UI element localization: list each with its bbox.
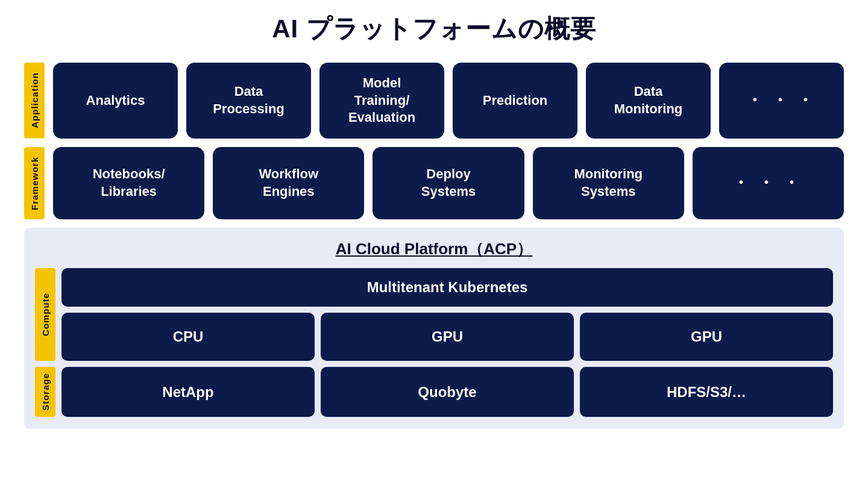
compute-row: Compute Multitenant Kubernetes CPU GPU G… <box>35 268 833 361</box>
compute-label: Compute <box>35 268 55 361</box>
app-card-model-training: ModelTraining/Evaluation <box>319 63 444 139</box>
fw-card-notebooks: Notebooks/Libraries <box>53 147 204 219</box>
gpu-card-2: GPU <box>580 313 833 361</box>
application-cards: Analytics DataProcessing ModelTraining/E… <box>53 63 844 139</box>
fw-card-monitoring: MonitoringSystems <box>533 147 684 219</box>
application-row: Application Analytics DataProcessing Mod… <box>24 63 844 139</box>
app-card-prediction: Prediction <box>453 63 577 139</box>
storage-label: Storage <box>35 367 55 417</box>
page-container: AI プラットフォームの概要 Application Analytics Dat… <box>24 12 844 429</box>
framework-label: Framework <box>24 147 45 219</box>
application-label: Application <box>24 63 45 139</box>
quobyte-card: Quobyte <box>321 367 574 417</box>
acp-section: AI Cloud Platform（ACP） Compute Multitena… <box>24 228 844 429</box>
fw-card-dots: ・・・ <box>693 147 844 219</box>
kubernetes-card: Multitenant Kubernetes <box>61 268 833 307</box>
cpu-card: CPU <box>61 313 315 361</box>
framework-row: Framework Notebooks/Libraries WorkflowEn… <box>24 147 844 219</box>
netapp-card: NetApp <box>61 367 315 417</box>
app-card-dots: ・・・ <box>719 63 844 139</box>
app-card-analytics: Analytics <box>53 63 178 139</box>
acp-title: AI Cloud Platform（ACP） <box>35 239 833 260</box>
storage-cards: NetApp Quobyte HDFS/S3/… <box>61 367 833 417</box>
app-card-data-monitoring: DataMonitoring <box>586 63 711 139</box>
cpu-gpu-row: CPU GPU GPU <box>61 313 833 361</box>
main-title: AI プラットフォームの概要 <box>24 12 844 46</box>
app-card-data-processing: DataProcessing <box>186 63 311 139</box>
framework-cards: Notebooks/Libraries WorkflowEngines Depl… <box>53 147 844 219</box>
gpu-card-1: GPU <box>321 313 574 361</box>
hdfs-card: HDFS/S3/… <box>580 367 833 417</box>
compute-body: Multitenant Kubernetes CPU GPU GPU <box>61 268 833 361</box>
fw-card-deploy: DeploySystems <box>373 147 524 219</box>
fw-card-workflow: WorkflowEngines <box>213 147 364 219</box>
storage-row: Storage NetApp Quobyte HDFS/S3/… <box>35 367 833 417</box>
